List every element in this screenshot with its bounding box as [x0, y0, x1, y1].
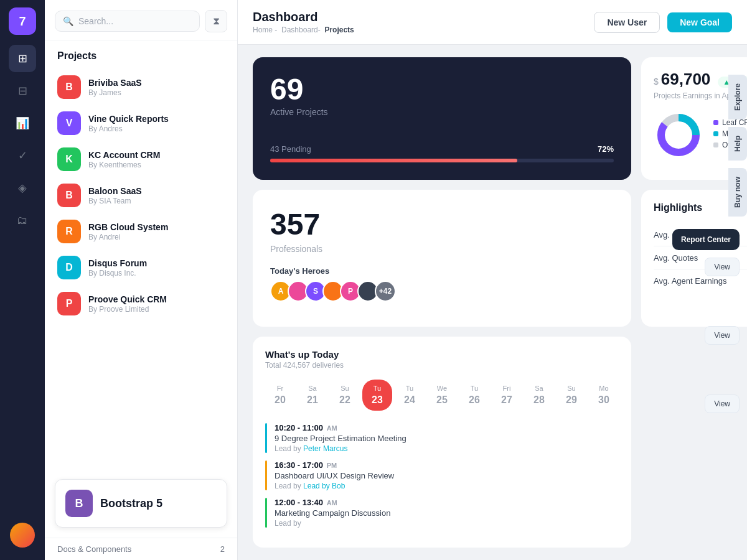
header-left: Dashboard Home - Dashboard- Projects	[253, 10, 354, 34]
day-number: 30	[598, 394, 609, 406]
project-info: Disqus Forum By Disqus Inc.	[88, 258, 225, 278]
view-button-2[interactable]: View	[705, 326, 740, 345]
nav-icon-dashboard[interactable]: ⊞	[9, 45, 36, 72]
projects-title: Projects	[45, 40, 237, 67]
project-item[interactable]: K KC Account CRM By Keenthemes	[45, 141, 237, 177]
project-name: Vine Quick Reports	[88, 114, 225, 124]
project-by: By James	[88, 88, 225, 97]
project-info: Briviba SaaS By James	[88, 78, 225, 97]
nav-icon-chart[interactable]: 📊	[9, 110, 36, 137]
event-item: 12:00 - 13:40 AM Marketing Campaign Disc…	[265, 498, 619, 528]
search-input[interactable]	[78, 16, 192, 26]
day-name: Tu	[406, 385, 413, 392]
bootstrap-card: B Bootstrap 5	[55, 479, 227, 528]
project-item[interactable]: R RGB Cloud System By Andrei	[45, 213, 237, 250]
project-name: Baloon SaaS	[88, 186, 225, 196]
search-icon: 🔍	[63, 16, 73, 26]
project-by: By Disqus Inc.	[88, 269, 225, 278]
day-name: Sa	[535, 385, 543, 392]
search-bar: 🔍 ⧗	[45, 0, 237, 40]
calendar-day[interactable]: Sa28	[524, 380, 554, 411]
card-active-projects: 69 Active Projects 43 Pending 72%	[253, 57, 631, 180]
filter-button[interactable]: ⧗	[205, 10, 227, 32]
avatar[interactable]	[10, 523, 35, 548]
event-name: Marketing Campaign Discussion	[275, 508, 619, 518]
project-item[interactable]: D Disqus Forum By Disqus Inc.	[45, 250, 237, 286]
progress-bar	[270, 159, 614, 162]
calendar-day[interactable]: Tu26	[459, 380, 489, 411]
project-icon: B	[57, 75, 81, 99]
project-name: RGB Cloud System	[88, 222, 225, 232]
event-content: 12:00 - 13:40 AM Marketing Campaign Disc…	[275, 498, 619, 528]
day-number: 27	[501, 394, 512, 406]
nav-icon-check[interactable]: ✓	[9, 142, 36, 169]
calendar-day[interactable]: Tu24	[395, 380, 425, 411]
professionals-label: Professionals	[270, 244, 614, 254]
calendar-day[interactable]: Tu23	[362, 380, 392, 411]
calendar-day[interactable]: We25	[427, 380, 457, 411]
calendar-day[interactable]: Sa21	[298, 380, 327, 411]
view-button-3[interactable]: View	[705, 394, 740, 413]
breadcrumb: Home - Dashboard- Projects	[253, 26, 354, 34]
event-item: 16:30 - 17:00 PM Dashboard UI/UX Design …	[265, 460, 619, 490]
event-lead-link[interactable]: Peter Marcus	[303, 444, 347, 453]
pending-text: 43 Pending	[270, 144, 311, 154]
left-panel: 🔍 ⧗ Projects B Briviba SaaS By James V V…	[45, 0, 238, 560]
day-number: 21	[307, 394, 318, 406]
day-number: 29	[566, 394, 577, 406]
event-item: 10:20 - 11:00 AM 9 Degree Project Estima…	[265, 423, 619, 453]
help-tab[interactable]: Help	[728, 127, 747, 161]
event-content: 16:30 - 17:00 PM Dashboard UI/UX Design …	[275, 460, 619, 490]
nav-icon-layers[interactable]: ◈	[9, 174, 36, 202]
project-list: B Briviba SaaS By James V Vine Quick Rep…	[45, 67, 237, 469]
project-item[interactable]: V Vine Quick Reports By Andres	[45, 105, 237, 141]
project-info: Baloon SaaS By SIA Team	[88, 186, 225, 205]
view-button-1[interactable]: View	[705, 258, 740, 276]
schedule-info: What's up Today Total 424,567 deliveries	[265, 349, 344, 370]
buy-tab[interactable]: Buy now	[728, 168, 747, 217]
bootstrap-icon: B	[65, 490, 93, 517]
project-icon: K	[57, 147, 81, 171]
day-name: Mo	[599, 385, 608, 392]
narrow-sidebar: 7 ⊞ ⊟ 📊 ✓ ◈ 🗂	[0, 0, 45, 560]
project-item[interactable]: B Briviba SaaS By James	[45, 69, 237, 105]
user-badge[interactable]: 7	[9, 7, 36, 35]
nav-icon-grid[interactable]: ⊟	[9, 77, 36, 105]
project-item[interactable]: B Baloon SaaS By SIA Team	[45, 177, 237, 213]
calendar-day[interactable]: Su22	[330, 380, 360, 411]
project-item[interactable]: P Proove Quick CRM By Proove Limited	[45, 286, 237, 322]
breadcrumb-dashboard[interactable]: Dashboard	[281, 26, 318, 34]
schedule-subtitle: Total 424,567 deliveries	[265, 361, 344, 370]
project-name: Disqus Forum	[88, 258, 225, 268]
bootstrap-name: Bootstrap 5	[100, 497, 162, 510]
calendar-day[interactable]: Fr20	[265, 380, 295, 411]
search-input-wrap[interactable]: 🔍	[55, 11, 200, 32]
nav-icon-briefcase[interactable]: 🗂	[9, 207, 36, 234]
active-projects-count: 69	[270, 75, 614, 105]
dashboard-area: 69 Active Projects 43 Pending 72%	[238, 45, 747, 560]
day-name: Su	[341, 385, 349, 392]
docs-row[interactable]: Docs & Components 2	[45, 538, 237, 560]
event-lead-link[interactable]: Lead by Bob	[303, 482, 345, 490]
progress-fill	[270, 159, 517, 162]
day-name: Su	[567, 385, 575, 392]
event-ampm: PM	[327, 462, 337, 469]
event-name: Dashboard UI/UX Design Review	[275, 471, 619, 480]
calendar-day[interactable]: Fri27	[492, 380, 522, 411]
day-number: 25	[436, 394, 448, 406]
report-center-button[interactable]: Report Center	[672, 229, 740, 250]
project-by: By Andres	[88, 124, 225, 133]
card-professionals: 357 Professionals Today's Heroes ASP+42	[253, 190, 631, 327]
event-border	[265, 498, 267, 528]
explore-tab[interactable]: Explore	[728, 75, 747, 119]
breadcrumb-home[interactable]: Home	[253, 26, 273, 34]
project-name: Proove Quick CRM	[88, 294, 225, 304]
calendar-day[interactable]: Mo30	[589, 380, 619, 411]
project-info: KC Account CRM By Keenthemes	[88, 150, 225, 169]
calendar-day[interactable]: Su29	[557, 380, 586, 411]
calendar-days: Fr20Sa21Su22Tu23Tu24We25Tu26Fri27Sa28Su2…	[265, 380, 619, 411]
event-name: 9 Degree Project Estimation Meeting	[275, 434, 619, 443]
new-user-button[interactable]: New User	[594, 12, 660, 33]
day-number: 23	[372, 394, 383, 406]
day-name: Fri	[503, 385, 511, 392]
